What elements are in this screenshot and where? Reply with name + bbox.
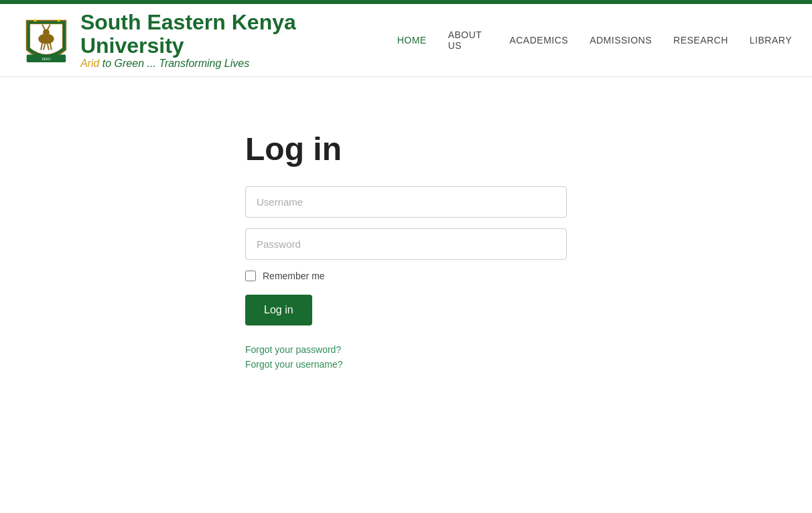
username-input[interactable] [245,186,567,218]
remember-row: Remember me [245,271,567,281]
main-nav: HOME ABOUT US ACADEMICS ADMISSIONS RESEA… [397,29,792,51]
nav-item-research[interactable]: RESEARCH [673,35,728,46]
nav-item-academics[interactable]: ACADEMICS [509,35,568,46]
nav-item-admissions[interactable]: ADMISSIONS [590,35,652,46]
logo-area: SEKU ★ ★ South Eastern Kenya University … [20,11,397,70]
username-group [245,186,567,218]
password-input[interactable] [245,228,567,260]
svg-text:★: ★ [56,17,61,23]
nav-item-about[interactable]: ABOUT US [448,29,488,51]
university-crest: SEKU ★ ★ [20,13,72,67]
nav-item-home[interactable]: HOME [397,35,427,46]
login-button-wrapper: Log in [245,295,567,339]
remember-checkbox[interactable] [245,271,256,281]
university-name: South Eastern Kenya University [80,11,397,58]
forgot-password-link[interactable]: Forgot your password? [245,344,567,355]
header: SEKU ★ ★ South Eastern Kenya University … [0,4,812,77]
login-title: Log in [245,131,567,167]
tagline-rest: to Green ... Transforming Lives [99,58,249,69]
svg-point-1 [43,29,50,36]
login-button[interactable]: Log in [245,295,312,325]
svg-text:★: ★ [33,17,38,23]
main-content: Log in Remember me Log in Forgot your pa… [0,77,812,492]
tagline-arid: Arid [80,58,99,69]
links-area: Forgot your password? Forgot your userna… [245,344,567,370]
password-group [245,228,567,260]
remember-label: Remember me [263,271,325,281]
login-container: Log in Remember me Log in Forgot your pa… [245,131,567,374]
university-tagline: Arid to Green ... Transforming Lives [80,58,397,70]
logo-text-area: South Eastern Kenya University Arid to G… [80,11,397,70]
forgot-username-link[interactable]: Forgot your username? [245,359,567,370]
svg-text:SEKU: SEKU [42,58,51,61]
nav-item-library[interactable]: LIBRARY [750,35,792,46]
